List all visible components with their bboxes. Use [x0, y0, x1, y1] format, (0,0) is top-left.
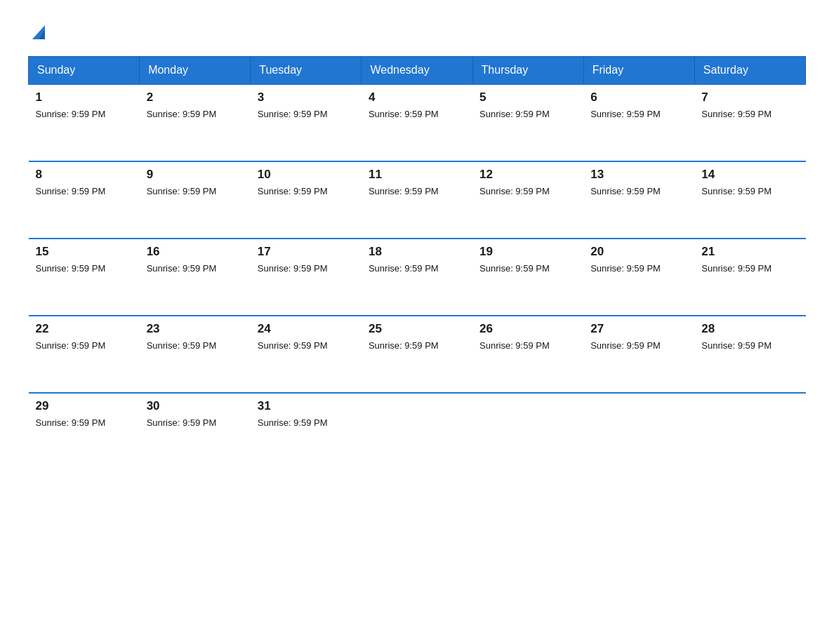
calendar-cell: 17Sunrise: 9:59 PM: [251, 239, 362, 316]
day-number: 17: [258, 245, 355, 259]
calendar-cell: 23Sunrise: 9:59 PM: [140, 316, 251, 393]
weekday-header-row: Sunday Monday Tuesday Wednesday Thursday…: [29, 57, 806, 85]
day-number: 26: [479, 322, 576, 336]
day-sunrise-info: Sunrise: 9:59 PM: [590, 186, 661, 196]
day-number: 5: [479, 90, 576, 105]
day-sunrise-info: Sunrise: 9:59 PM: [36, 263, 106, 274]
calendar-cell: 2Sunrise: 9:59 PM: [140, 84, 251, 161]
calendar-table: Sunday Monday Tuesday Wednesday Thursday…: [28, 56, 806, 456]
day-sunrise-info: Sunrise: 9:59 PM: [701, 186, 772, 196]
day-sunrise-info: Sunrise: 9:59 PM: [479, 340, 550, 351]
day-number: 29: [36, 399, 133, 413]
calendar-cell: [583, 393, 694, 456]
week-row-3: 15Sunrise: 9:59 PM16Sunrise: 9:59 PM17Su…: [29, 239, 806, 316]
week-row-1: 1Sunrise: 9:59 PM2Sunrise: 9:59 PM3Sunri…: [29, 84, 806, 161]
calendar-cell: 29Sunrise: 9:59 PM: [29, 393, 140, 456]
day-sunrise-info: Sunrise: 9:59 PM: [479, 186, 550, 196]
calendar-cell: 25Sunrise: 9:59 PM: [362, 316, 472, 393]
calendar-cell: 8Sunrise: 9:59 PM: [29, 161, 140, 239]
calendar-cell: 27Sunrise: 9:59 PM: [583, 316, 694, 393]
day-sunrise-info: Sunrise: 9:59 PM: [36, 109, 106, 119]
header-thursday: Thursday: [472, 57, 583, 85]
calendar-cell: 24Sunrise: 9:59 PM: [251, 316, 362, 393]
day-sunrise-info: Sunrise: 9:59 PM: [369, 263, 439, 274]
calendar-cell: 15Sunrise: 9:59 PM: [29, 239, 140, 316]
calendar-cell: 9Sunrise: 9:59 PM: [140, 161, 251, 239]
calendar-cell: [694, 393, 805, 456]
calendar-cell: 3Sunrise: 9:59 PM: [251, 84, 362, 161]
calendar-cell: 26Sunrise: 9:59 PM: [472, 316, 583, 393]
day-number: 14: [701, 168, 798, 182]
day-sunrise-info: Sunrise: 9:59 PM: [369, 340, 439, 351]
calendar-cell: 19Sunrise: 9:59 PM: [472, 239, 583, 316]
calendar-cell: 22Sunrise: 9:59 PM: [29, 316, 140, 393]
day-sunrise-info: Sunrise: 9:59 PM: [701, 263, 772, 274]
day-number: 18: [369, 245, 465, 259]
day-number: 4: [369, 90, 465, 105]
day-sunrise-info: Sunrise: 9:59 PM: [590, 109, 661, 119]
calendar-cell: 4Sunrise: 9:59 PM: [362, 84, 472, 161]
day-number: 9: [147, 168, 244, 182]
week-row-5: 29Sunrise: 9:59 PM30Sunrise: 9:59 PM31Su…: [29, 393, 806, 456]
day-number: 3: [258, 90, 355, 105]
day-sunrise-info: Sunrise: 9:59 PM: [369, 186, 439, 196]
calendar-cell: 20Sunrise: 9:59 PM: [583, 239, 694, 316]
calendar-cell: 16Sunrise: 9:59 PM: [140, 239, 251, 316]
day-sunrise-info: Sunrise: 9:59 PM: [590, 340, 661, 351]
week-row-4: 22Sunrise: 9:59 PM23Sunrise: 9:59 PM24Su…: [29, 316, 806, 393]
day-number: 16: [147, 245, 244, 259]
day-number: 28: [701, 322, 798, 336]
day-number: 31: [258, 399, 355, 413]
day-sunrise-info: Sunrise: 9:59 PM: [258, 109, 328, 119]
calendar-cell: 14Sunrise: 9:59 PM: [694, 161, 805, 239]
day-number: 15: [36, 245, 133, 259]
day-sunrise-info: Sunrise: 9:59 PM: [258, 340, 328, 351]
day-number: 24: [258, 322, 355, 336]
calendar-cell: 1Sunrise: 9:59 PM: [29, 84, 140, 161]
calendar-cell: 21Sunrise: 9:59 PM: [694, 239, 805, 316]
day-sunrise-info: Sunrise: 9:59 PM: [479, 263, 550, 274]
calendar-cell: [472, 393, 583, 456]
week-row-2: 8Sunrise: 9:59 PM9Sunrise: 9:59 PM10Sunr…: [29, 161, 806, 239]
header-sunday: Sunday: [29, 57, 140, 85]
day-number: 12: [479, 168, 576, 182]
day-number: 11: [369, 168, 465, 182]
header-monday: Monday: [140, 57, 251, 85]
day-sunrise-info: Sunrise: 9:59 PM: [258, 186, 328, 196]
calendar-cell: 31Sunrise: 9:59 PM: [251, 393, 362, 456]
day-number: 27: [590, 322, 687, 336]
day-number: 7: [701, 90, 798, 105]
day-sunrise-info: Sunrise: 9:59 PM: [147, 340, 217, 351]
calendar-cell: 30Sunrise: 9:59 PM: [140, 393, 251, 456]
day-number: 25: [369, 322, 465, 336]
day-number: 30: [147, 399, 244, 413]
header-saturday: Saturday: [694, 57, 805, 85]
day-sunrise-info: Sunrise: 9:59 PM: [147, 263, 217, 274]
calendar-cell: 10Sunrise: 9:59 PM: [251, 161, 362, 239]
day-number: 22: [36, 322, 133, 336]
calendar-cell: [362, 393, 472, 456]
day-sunrise-info: Sunrise: 9:59 PM: [590, 263, 661, 274]
header-tuesday: Tuesday: [251, 57, 362, 85]
page-header: [28, 21, 806, 42]
day-sunrise-info: Sunrise: 9:59 PM: [147, 417, 217, 428]
logo-triangle-icon: [29, 22, 49, 42]
calendar-cell: 11Sunrise: 9:59 PM: [362, 161, 472, 239]
calendar-cell: 28Sunrise: 9:59 PM: [694, 316, 805, 393]
day-number: 10: [258, 168, 355, 182]
day-number: 1: [36, 90, 133, 105]
day-sunrise-info: Sunrise: 9:59 PM: [147, 186, 217, 196]
calendar-cell: 12Sunrise: 9:59 PM: [472, 161, 583, 239]
day-sunrise-info: Sunrise: 9:59 PM: [36, 340, 106, 351]
day-number: 6: [590, 90, 687, 105]
day-sunrise-info: Sunrise: 9:59 PM: [479, 109, 550, 119]
logo: [28, 21, 49, 42]
calendar-cell: 7Sunrise: 9:59 PM: [694, 84, 805, 161]
header-wednesday: Wednesday: [362, 57, 472, 85]
day-number: 20: [590, 245, 687, 259]
day-number: 8: [36, 168, 133, 182]
day-number: 2: [147, 90, 244, 105]
day-number: 13: [590, 168, 687, 182]
calendar-cell: 5Sunrise: 9:59 PM: [472, 84, 583, 161]
header-friday: Friday: [583, 57, 694, 85]
